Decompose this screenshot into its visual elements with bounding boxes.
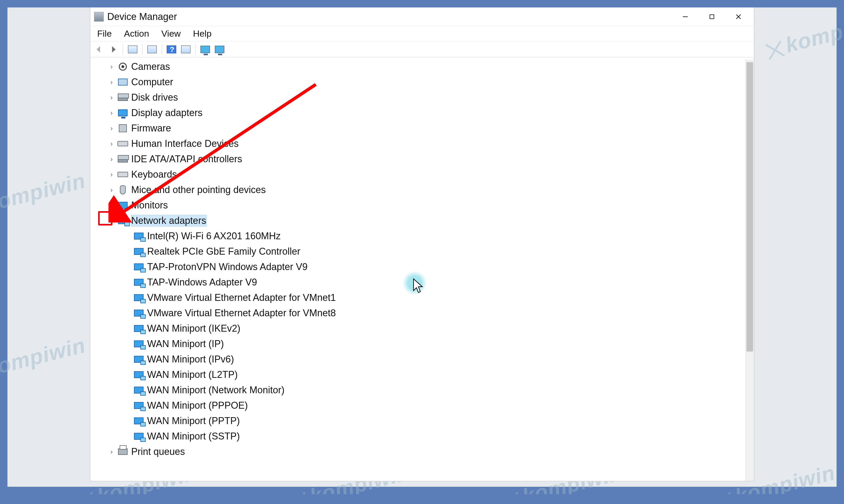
tree-leaf[interactable]: › WAN Miniport (SSTP) (106, 429, 754, 444)
network-adapter-icon (133, 430, 144, 442)
vertical-scrollbar[interactable] (745, 59, 754, 481)
menu-view[interactable]: View (159, 27, 183, 40)
tree-leaf[interactable]: › WAN Miniport (L2TP) (106, 367, 754, 382)
toolbar-separator (142, 44, 142, 55)
tree-node-label: Display adapters (131, 107, 203, 119)
network-adapter-icon (133, 261, 144, 273)
toolbar (90, 41, 754, 57)
device-category-icon (117, 153, 129, 165)
annotation-highlight-box (98, 211, 113, 226)
tree-leaf[interactable]: › TAP-ProtonVPN Windows Adapter V9 (106, 259, 754, 274)
tree-node[interactable]: › Monitors (106, 198, 754, 213)
toolbar-separator (195, 44, 196, 55)
tree-node-label: IDE ATA/ATAPI controllers (131, 154, 242, 165)
watermark: kompiwin (764, 9, 844, 62)
tree-node[interactable]: › Keyboards (106, 167, 754, 182)
tree-leaf-label: VMware Virtual Ethernet Adapter for VMne… (147, 292, 336, 303)
chevron-right-icon[interactable]: › (106, 109, 117, 117)
tree-node-label: Keyboards (131, 169, 177, 180)
device-category-icon (117, 446, 129, 457)
menu-help[interactable]: Help (191, 27, 214, 40)
watermark: kompiwin (0, 168, 88, 221)
tree-node[interactable]: › Disk drives (106, 90, 754, 105)
chevron-right-icon[interactable]: › (106, 124, 117, 132)
tree-node[interactable]: › Display adapters (106, 105, 754, 121)
scrollbar-thumb[interactable] (746, 62, 753, 352)
toolbar-scan-button[interactable] (179, 43, 192, 55)
tree-node[interactable]: › Print queues (106, 444, 754, 460)
tree-node[interactable]: › IDE ATA/ATAPI controllers (106, 151, 754, 167)
window-controls (672, 9, 752, 25)
network-adapter-icon (133, 415, 144, 427)
tree-node[interactable]: › Mice and other pointing devices (106, 182, 754, 198)
chevron-right-icon[interactable]: › (106, 63, 117, 71)
network-adapter-icon (133, 276, 144, 288)
tree-node[interactable]: › Human Interface Devices (106, 136, 754, 151)
tree-node-label: Cameras (131, 61, 170, 72)
network-adapter-icon (133, 354, 144, 365)
tree-children: › Intel(R) Wi-Fi 6 AX201 160MHz › Realte… (106, 228, 754, 444)
network-adapter-icon (133, 323, 144, 334)
close-button[interactable] (725, 9, 752, 25)
tree-node[interactable]: › Cameras (106, 59, 754, 74)
device-category-icon (117, 184, 129, 196)
tree-leaf[interactable]: › VMware Virtual Ethernet Adapter for VM… (106, 290, 754, 305)
toolbar-forward-button[interactable] (107, 43, 120, 55)
tree-leaf-label: WAN Miniport (Network Monitor) (147, 384, 285, 396)
minimize-icon (682, 13, 689, 20)
tree-node-label: Print queues (131, 446, 185, 457)
tree-leaf-label: VMware Virtual Ethernet Adapter for VMne… (147, 307, 336, 319)
device-category-icon (117, 61, 129, 72)
chevron-right-icon[interactable]: › (106, 93, 117, 102)
tree-node-label: Computer (131, 76, 173, 88)
tree-node-label: Firmware (131, 123, 171, 134)
toolbar-back-button[interactable] (92, 43, 105, 55)
tree-leaf[interactable]: › WAN Miniport (PPPOE) (106, 398, 754, 413)
chevron-right-icon[interactable]: › (106, 186, 117, 194)
tree-leaf[interactable]: › WAN Miniport (IPv6) (106, 352, 754, 367)
tree-node-network-adapters[interactable]: ⌄ Network adapters (106, 213, 754, 228)
chevron-right-icon[interactable]: › (106, 140, 117, 148)
page-background: kompiwin kompiwin kompiwin kompiwin komp… (7, 7, 837, 487)
tree-leaf[interactable]: › WAN Miniport (IP) (106, 336, 754, 352)
chevron-right-icon[interactable]: › (106, 448, 117, 456)
chevron-right-icon[interactable]: › (106, 155, 117, 163)
tree-leaf[interactable]: › VMware Virtual Ethernet Adapter for VM… (106, 305, 754, 321)
scan-hardware-icon (181, 46, 191, 53)
tree-leaf[interactable]: › WAN Miniport (Network Monitor) (106, 382, 754, 398)
maximize-button[interactable] (699, 9, 725, 25)
toolbar-properties-button[interactable] (146, 43, 158, 55)
toolbar-view-button[interactable] (213, 43, 226, 55)
device-category-icon (117, 92, 129, 103)
menubar: File Action View Help (90, 26, 754, 41)
minimize-button[interactable] (672, 9, 699, 25)
tree-node[interactable]: › Firmware (106, 121, 754, 136)
toolbar-help-button[interactable] (165, 43, 178, 55)
window-grid-icon (128, 46, 137, 53)
device-category-icon (117, 122, 129, 134)
close-icon (735, 13, 742, 20)
add-hardware-icon (201, 46, 210, 53)
menu-action[interactable]: Action (122, 27, 151, 40)
tree-leaf[interactable]: › WAN Miniport (IKEv2) (106, 321, 754, 336)
tree-leaf[interactable]: › TAP-Windows Adapter V9 (106, 274, 754, 290)
menu-file[interactable]: File (95, 27, 114, 40)
chevron-right-icon[interactable]: › (106, 201, 117, 210)
back-icon (94, 44, 104, 54)
chevron-right-icon[interactable]: › (106, 78, 117, 86)
tree-leaf[interactable]: › Intel(R) Wi-Fi 6 AX201 160MHz (106, 228, 754, 244)
tree-leaf[interactable]: › Realtek PCIe GbE Family Controller (106, 244, 754, 259)
tree-leaf-label: WAN Miniport (SSTP) (147, 431, 240, 442)
device-tree-pane[interactable]: › Cameras › Computer › Disk drives › Dis… (90, 57, 754, 481)
tree-node-label: Network adapters (131, 215, 206, 226)
tree-node[interactable]: › Computer (106, 74, 754, 90)
toolbar-show-hidden-button[interactable] (126, 43, 139, 55)
toolbar-add-hardware-button[interactable] (199, 43, 212, 55)
toolbar-separator (161, 44, 162, 55)
svg-rect-1 (710, 15, 714, 19)
chevron-right-icon[interactable]: › (106, 170, 117, 179)
tree-node-label: Monitors (131, 200, 168, 211)
tree-leaf[interactable]: › WAN Miniport (PPTP) (106, 413, 754, 429)
tree-leaf-label: TAP-Windows Adapter V9 (147, 277, 257, 288)
titlebar[interactable]: Device Manager (90, 7, 754, 26)
